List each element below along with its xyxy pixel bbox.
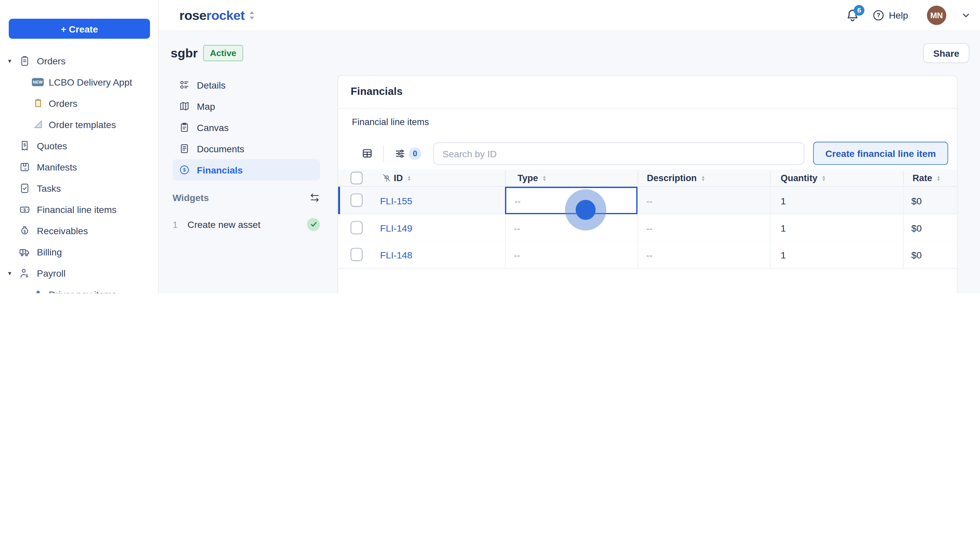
svg-text:$: $ xyxy=(24,142,26,147)
sidebar-item-order-templates[interactable]: Order templates xyxy=(0,114,159,135)
notification-count-badge: 6 xyxy=(854,5,864,15)
sidebar-item-orders[interactable]: Orders xyxy=(0,92,159,114)
top-bar: roserocket 6 ? Help MN xyxy=(159,0,980,31)
row-checkbox[interactable] xyxy=(350,248,363,261)
select-all-checkbox[interactable] xyxy=(350,172,363,184)
chevron-down-icon[interactable] xyxy=(961,11,971,20)
sidebar-item-orders-group[interactable]: Orders xyxy=(0,50,159,71)
quantity-cell[interactable]: 1 xyxy=(781,187,786,214)
sidebar-item-financial-line-items[interactable]: $ Financial line items xyxy=(0,199,159,220)
type-cell[interactable]: -- xyxy=(514,241,520,269)
collapse-caret-icon[interactable] xyxy=(8,270,19,276)
filter-count-badge[interactable]: 0 xyxy=(409,147,421,160)
filters-icon[interactable] xyxy=(395,148,406,159)
record-subnav: Details Map Canvas Documents $ Financial… xyxy=(173,74,320,181)
sort-icon xyxy=(542,174,546,181)
sidebar-item-label: Billing xyxy=(37,246,62,257)
rate-cell[interactable]: $0 xyxy=(911,187,921,214)
bust-icon xyxy=(33,289,43,293)
table-row: FLI-148 -- -- 1 $0 xyxy=(338,241,957,269)
tab-details[interactable]: Details xyxy=(173,74,320,95)
help-label: Help xyxy=(889,10,908,21)
tab-label: Financials xyxy=(197,165,243,175)
tab-label: Canvas xyxy=(197,122,229,133)
description-cell[interactable]: -- xyxy=(646,187,653,214)
column-header-type[interactable]: Type xyxy=(517,169,546,187)
sidebar-item-driver-pay-items[interactable]: Driver pay items xyxy=(0,284,159,293)
create-button[interactable]: + Create xyxy=(9,19,150,38)
table-toolbar: 0 Create financial line item xyxy=(338,142,957,165)
sort-icon xyxy=(937,174,940,181)
reorder-widgets-icon[interactable] xyxy=(309,192,320,203)
tab-map[interactable]: Map xyxy=(173,95,320,117)
notifications-button[interactable]: 6 xyxy=(845,8,860,23)
collapse-caret-icon[interactable] xyxy=(8,57,19,64)
sidebar-item-billing[interactable]: $ Billing xyxy=(0,241,159,262)
sidebar-item-label: Tasks xyxy=(37,183,61,194)
column-header-description[interactable]: Description xyxy=(647,169,705,187)
widget-create-new-asset[interactable]: 1 Create new asset xyxy=(173,216,320,232)
tab-canvas[interactable]: Canvas xyxy=(173,117,320,138)
id-link[interactable]: FLI-148 xyxy=(380,241,412,269)
svg-text:$: $ xyxy=(24,207,26,212)
roserocket-logo[interactable]: roserocket xyxy=(179,8,255,23)
search-input[interactable] xyxy=(433,142,804,165)
column-header-quantity[interactable]: Quantity xyxy=(781,169,826,187)
sidebar-item-label: Orders xyxy=(37,56,65,66)
tab-label: Details xyxy=(197,79,226,90)
column-header-rate[interactable]: Rate xyxy=(913,169,940,187)
sidebar-item-receivables[interactable]: $ Receivables xyxy=(0,220,159,241)
table-view-icon[interactable] xyxy=(361,147,373,159)
selected-row-accent xyxy=(338,187,340,214)
clipboard-emoji-icon xyxy=(33,98,43,108)
type-cell[interactable]: -- xyxy=(514,214,520,242)
sort-icon xyxy=(407,174,411,181)
clipboard-icon xyxy=(178,122,190,133)
svg-text:$: $ xyxy=(183,167,186,173)
avatar[interactable]: MN xyxy=(927,6,946,25)
logo-text-rose: rose xyxy=(179,8,206,23)
sort-icon xyxy=(701,174,705,181)
app-window: + Create Orders NEW LCBO Delivery Appt O… xyxy=(0,0,980,293)
help-button[interactable]: ? Help xyxy=(872,9,908,22)
sidebar-item-payroll-group[interactable]: $ Payroll xyxy=(0,262,159,284)
description-cell[interactable]: -- xyxy=(646,241,653,269)
tab-financials[interactable]: $ Financials xyxy=(173,159,320,181)
sidebar-item-tasks[interactable]: Tasks xyxy=(0,178,159,199)
truck-dollar-icon: $ xyxy=(19,246,30,258)
sort-icon xyxy=(822,174,826,181)
map-icon xyxy=(178,100,190,112)
sidebar-item-manifests[interactable]: Manifests xyxy=(0,156,159,178)
quantity-cell[interactable]: 1 xyxy=(781,214,786,242)
svg-text:$: $ xyxy=(24,229,26,233)
workspace-switcher-icon[interactable] xyxy=(249,11,255,20)
share-button[interactable]: Share xyxy=(923,43,969,63)
receipt-icon: $ xyxy=(19,140,30,152)
description-cell[interactable]: -- xyxy=(646,214,653,242)
rate-cell[interactable]: $0 xyxy=(911,241,921,269)
row-checkbox[interactable] xyxy=(350,221,363,234)
clipboard-icon xyxy=(19,55,30,67)
create-financial-line-item-button[interactable]: Create financial line item xyxy=(813,142,948,165)
id-link[interactable]: FLI-149 xyxy=(380,214,412,242)
triangle-ruler-icon xyxy=(33,119,43,130)
type-cell-focused[interactable]: -- xyxy=(505,187,637,214)
money-bag-icon: $ xyxy=(19,225,30,236)
sidebar-item-lcbo-delivery-appt[interactable]: NEW LCBO Delivery Appt xyxy=(0,71,159,92)
column-header-id[interactable]: ID xyxy=(394,169,411,187)
row-checkbox[interactable] xyxy=(350,194,363,207)
tab-documents[interactable]: Documents xyxy=(173,138,320,159)
sidebar-item-label: Receivables xyxy=(37,225,88,236)
quantity-cell[interactable]: 1 xyxy=(781,241,786,269)
sidebar-item-label: Payroll xyxy=(37,268,65,278)
id-link[interactable]: FLI-155 xyxy=(380,187,412,214)
svg-text:$: $ xyxy=(22,249,24,253)
sidebar-item-quotes[interactable]: $ Quotes xyxy=(0,135,159,156)
financials-panel: Financials Financial line items 0 Create… xyxy=(337,75,958,293)
sidebar-item-label: Quotes xyxy=(37,140,67,151)
table-row: FLI-155 -- -- 1 $0 xyxy=(338,187,957,214)
rate-cell[interactable]: $0 xyxy=(911,214,921,242)
table-row: FLI-149 -- -- 1 $0 xyxy=(338,214,957,242)
dollar-circle-icon: $ xyxy=(178,164,190,176)
pin-off-icon[interactable] xyxy=(382,173,391,182)
